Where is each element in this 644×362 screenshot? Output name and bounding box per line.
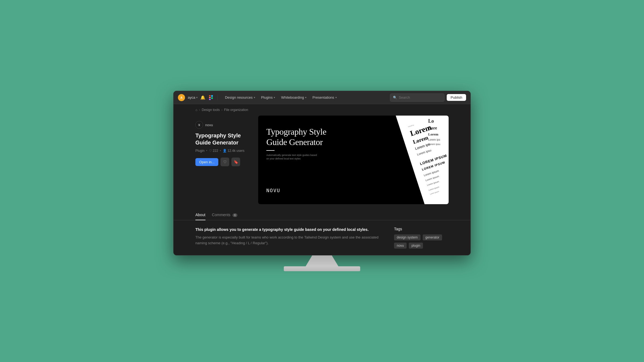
comments-badge: 6: [232, 213, 237, 217]
chevron-down-icon: ▾: [335, 96, 337, 99]
breadcrumb-sep: ›: [221, 108, 222, 112]
about-title: This plugin allows you to generate a typ…: [195, 227, 383, 233]
about-text: This plugin allows you to generate a typ…: [195, 227, 383, 249]
preview-subtitle: Automatically generate text style guides…: [266, 153, 326, 161]
tags-list: design system generator novu plugin: [394, 234, 449, 249]
tags-section: Tags design system generator novu plugin: [394, 227, 449, 249]
tab-about[interactable]: About: [195, 210, 205, 220]
like-button[interactable]: ♡: [220, 158, 229, 166]
bookmark-button[interactable]: 🔖: [231, 158, 240, 166]
about-section: This plugin allows you to generate a typ…: [174, 220, 470, 255]
users-icon: 👤: [223, 149, 227, 153]
breadcrumb-design-tools[interactable]: Design tools: [202, 108, 220, 112]
tags-label: Tags: [394, 227, 449, 231]
monitor-stand-neck: [306, 255, 338, 266]
author-avatar: N: [195, 121, 203, 129]
open-button[interactable]: Open in...: [195, 158, 218, 166]
heart-icon: ♡: [209, 149, 212, 153]
nav-presentations[interactable]: Presentations ▾: [310, 94, 339, 101]
preview-underline: [266, 150, 275, 151]
monitor-wrapper: A ayca ▾ 🔔: [173, 91, 471, 271]
chevron-down-icon: ▾: [196, 96, 198, 99]
search-input[interactable]: [399, 95, 442, 99]
search-icon: 🔍: [393, 96, 397, 99]
nav-plugins[interactable]: Plugins ▾: [258, 94, 278, 101]
cutoff-lorem: Lorem: [428, 132, 447, 137]
navbar-divider: [217, 95, 218, 100]
tab-comments[interactable]: Comments 6: [212, 210, 237, 220]
cutoff-lorem-ipsu: Lorem ipsu: [428, 143, 447, 146]
plugin-author: N novu: [195, 121, 250, 129]
plugin-title: Typography Style Guide Generator: [195, 132, 250, 146]
search-box[interactable]: 🔍: [390, 93, 445, 102]
navbar: A ayca ▾ 🔔: [174, 91, 470, 104]
tag-generator[interactable]: generator: [423, 234, 442, 240]
cutoff-lore: Lore: [428, 126, 447, 131]
username-label: ayca: [188, 95, 195, 99]
chevron-down-icon: ▾: [305, 96, 306, 99]
navbar-left: A ayca ▾ 🔔: [178, 94, 219, 101]
breadcrumb-home[interactable]: ⌂: [195, 108, 197, 112]
action-buttons: Open in... ♡ 🔖: [195, 158, 250, 166]
cutoff-lorem-ips: Lorem ips: [428, 138, 447, 141]
tag-novu[interactable]: novu: [394, 243, 407, 249]
svg-text:N: N: [199, 124, 200, 126]
preview-image: Typography Style Guide Generator Automat…: [258, 116, 449, 204]
plugin-likes: ♡ 222: [209, 149, 218, 153]
tabs-section: About Comments 6: [174, 204, 470, 220]
tag-plugin[interactable]: plugin: [409, 243, 423, 249]
plugin-type: Plugin: [195, 149, 204, 153]
nav-design-resources[interactable]: Design resources ▾: [222, 94, 258, 101]
breadcrumb: ⌂ › Design tools › File organization: [174, 104, 470, 116]
nav-whiteboarding[interactable]: Whiteboarding ▾: [278, 94, 309, 101]
navbar-right: 🔍 Publish: [390, 93, 466, 102]
preview-container: Typography Style Guide Generator Automat…: [258, 116, 449, 204]
left-panel: N novu Typography Style Guide Generator …: [195, 116, 250, 166]
chevron-down-icon: ▾: [274, 96, 275, 99]
breadcrumb-file-organization: File organization: [224, 108, 248, 112]
username-button[interactable]: ayca ▾: [188, 95, 198, 99]
monitor: A ayca ▾ 🔔: [173, 91, 471, 255]
author-name: novu: [205, 123, 213, 127]
breadcrumb-sep: ›: [199, 108, 200, 112]
main-content: N novu Typography Style Guide Generator …: [174, 116, 470, 204]
preview-logo: NOVU: [266, 188, 440, 193]
monitor-stand-base: [284, 266, 360, 271]
nav-links: Design resources ▾ Plugins ▾ Whiteboardi…: [222, 94, 387, 101]
figma-icon[interactable]: [208, 95, 214, 100]
about-description: The generator is especially built for te…: [195, 235, 383, 246]
plugin-meta: Plugin • ♡ 222 • 👤 12.4k users: [195, 149, 250, 153]
chevron-down-icon: ▾: [254, 96, 255, 99]
cutoff-text-col: Lo Lore Lorem Lorem ips Lorem ipsu: [427, 116, 449, 204]
plugin-users: 👤 12.4k users: [223, 149, 245, 153]
cutoff-lo: Lo: [428, 118, 447, 124]
tag-design-system[interactable]: design system: [394, 234, 421, 240]
publish-button[interactable]: Publish: [447, 94, 466, 101]
avatar: A: [178, 94, 185, 101]
notification-icon[interactable]: 🔔: [200, 95, 205, 100]
